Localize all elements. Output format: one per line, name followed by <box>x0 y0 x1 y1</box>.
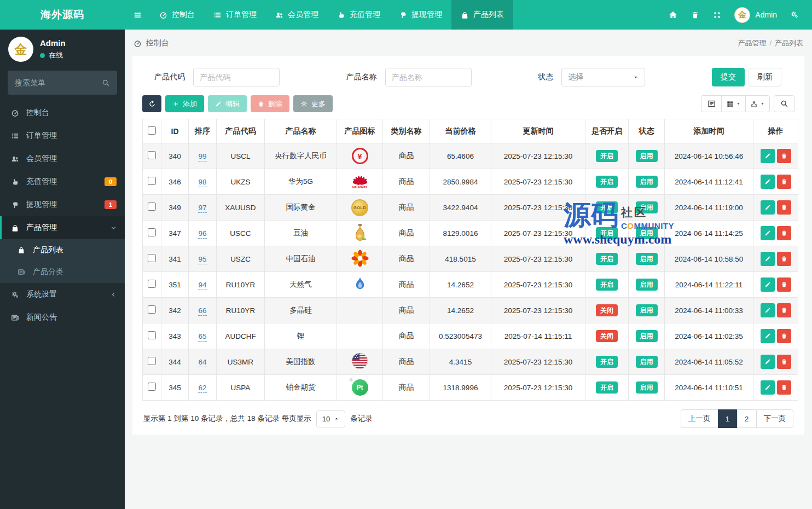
sidebar-item-withdraw[interactable]: 提现管理1 <box>0 193 125 216</box>
row-checkbox[interactable] <box>148 254 156 262</box>
avatar: 金 <box>734 7 750 23</box>
refresh-button[interactable]: 刷新 <box>749 68 781 86</box>
row-delete-button[interactable] <box>777 252 791 266</box>
sidebar-toggle-button[interactable] <box>125 0 150 30</box>
add-button[interactable]: 添加 <box>165 95 204 112</box>
page-size-select[interactable]: 10 <box>316 410 345 427</box>
breadcrumb-parent[interactable]: 产品管理 <box>738 39 766 47</box>
table-search-button[interactable] <box>774 95 794 112</box>
next-page-button[interactable]: 下一页 <box>756 409 794 428</box>
select-all-checkbox[interactable] <box>148 126 156 135</box>
status-select[interactable]: 选择 <box>561 68 645 86</box>
row-delete-button[interactable] <box>777 355 791 369</box>
edit-button[interactable]: 编辑 <box>208 95 247 112</box>
nav-item-orders[interactable]: 订单管理 <box>204 0 266 30</box>
row-delete-button[interactable] <box>777 303 791 317</box>
open-state-badge: 开启 <box>596 150 618 162</box>
row-checkbox[interactable] <box>148 331 156 339</box>
cell-updated: 2025-07-23 12:15:30 <box>491 272 585 298</box>
sidebar-item-product-category[interactable]: 产品分类 <box>0 261 125 283</box>
row-edit-button[interactable] <box>761 226 775 240</box>
row-checkbox[interactable] <box>148 177 156 185</box>
row-checkbox[interactable] <box>148 151 156 159</box>
row-checkbox[interactable] <box>148 305 156 314</box>
export-button[interactable] <box>745 95 770 112</box>
settings-button[interactable] <box>784 0 805 30</box>
sort-editable-link[interactable]: 94 <box>198 281 206 290</box>
row-checkbox[interactable] <box>148 383 156 391</box>
search-icon <box>780 100 788 108</box>
row-edit-button[interactable] <box>761 329 775 343</box>
sort-editable-link[interactable]: 99 <box>198 152 206 161</box>
row-edit-button[interactable] <box>761 252 775 266</box>
nav-item-recharge[interactable]: 充值管理 <box>328 0 390 30</box>
row-edit-button[interactable] <box>761 303 775 317</box>
sort-editable-link[interactable]: 97 <box>198 204 206 213</box>
sidebar-item-news[interactable]: 新闻公告 <box>0 306 125 329</box>
sidebar-user-status: 在线 <box>40 50 66 60</box>
more-button[interactable]: 更多 <box>293 95 333 112</box>
submit-button[interactable]: 提交 <box>712 68 745 86</box>
row-edit-button[interactable] <box>761 175 775 189</box>
row-delete-button[interactable] <box>777 175 791 189</box>
row-edit-button[interactable] <box>761 149 775 163</box>
brand-logo[interactable]: 海外源码 <box>0 0 125 30</box>
sort-editable-link[interactable]: 66 <box>198 306 206 316</box>
table-row: 34195USZC中国石油商品418.50152025-07-23 12:15:… <box>143 246 798 272</box>
columns-button[interactable] <box>721 95 746 112</box>
table-toolbar: 添加 编辑 删除 更多 <box>142 95 794 112</box>
nav-item-members[interactable]: 会员管理 <box>266 0 328 30</box>
sort-editable-link[interactable]: 62 <box>198 384 206 393</box>
sort-editable-link[interactable]: 96 <box>198 229 206 239</box>
row-delete-button[interactable] <box>777 277 791 292</box>
search-icon[interactable] <box>102 79 110 87</box>
sidebar-item-product-list[interactable]: 产品列表 <box>0 239 125 261</box>
bag-icon <box>461 11 469 19</box>
row-checkbox[interactable] <box>148 203 156 211</box>
sidebar-item-orders[interactable]: 订单管理 <box>0 124 125 147</box>
gold-coin-icon: GOLD <box>351 199 368 216</box>
page-button-1[interactable]: 1 <box>718 409 738 428</box>
toggle-detail-view-button[interactable] <box>701 95 722 112</box>
table-header-row: ID排序产品代码产品名称产品图标类别名称当前价格更新时间是否开启状态添加时间操作 <box>143 119 798 143</box>
caret-down-icon <box>736 101 741 106</box>
sort-editable-link[interactable]: 65 <box>198 332 206 342</box>
bag-icon <box>18 246 25 254</box>
home-button[interactable] <box>662 0 684 30</box>
nav-item-dashboard[interactable]: 控制台 <box>150 0 204 30</box>
user-menu[interactable]: 金 Admin <box>728 7 784 23</box>
main-content: 控制台 产品管理/产品列表 产品代码 产品名称 状态 <box>125 30 812 509</box>
fullscreen-button[interactable] <box>706 0 728 30</box>
row-delete-button[interactable] <box>777 226 791 240</box>
row-edit-button[interactable] <box>761 200 775 215</box>
sidebar-item-members[interactable]: 会员管理 <box>0 147 125 170</box>
row-delete-button[interactable] <box>777 149 791 163</box>
sidebar-item-product-manage[interactable]: 产品管理 <box>0 216 125 239</box>
sidebar-search-input[interactable] <box>15 78 102 87</box>
sort-editable-link[interactable]: 98 <box>198 178 206 187</box>
nav-item-product-list[interactable]: 产品列表 <box>451 0 513 30</box>
row-edit-button[interactable] <box>761 277 775 292</box>
row-checkbox[interactable] <box>148 280 156 288</box>
delete-button[interactable]: 删除 <box>251 95 289 112</box>
row-checkbox[interactable] <box>148 228 156 236</box>
product-code-input[interactable] <box>193 68 280 86</box>
search-filter-form: 产品代码 产品名称 状态 选择 提交 刷新 <box>142 63 794 94</box>
refresh-table-button[interactable] <box>142 95 161 112</box>
row-delete-button[interactable] <box>777 329 791 343</box>
sidebar-item-dashboard[interactable]: 控制台 <box>0 101 125 124</box>
product-name-input[interactable] <box>385 68 472 86</box>
clear-cache-button[interactable] <box>684 0 706 30</box>
prev-page-button[interactable]: 上一页 <box>681 409 718 428</box>
row-delete-button[interactable] <box>777 200 791 215</box>
row-delete-button[interactable] <box>777 380 791 395</box>
row-checkbox[interactable] <box>148 357 156 365</box>
nav-item-withdraw[interactable]: 提现管理 <box>390 0 451 30</box>
sidebar-item-system-settings[interactable]: 系统设置 <box>0 283 125 306</box>
row-edit-button[interactable] <box>761 355 775 369</box>
sidebar-item-recharge[interactable]: 充值管理0 <box>0 170 125 193</box>
row-edit-button[interactable] <box>761 380 775 395</box>
sort-editable-link[interactable]: 64 <box>198 358 206 367</box>
page-button-2[interactable]: 2 <box>737 409 757 428</box>
sort-editable-link[interactable]: 95 <box>198 255 206 264</box>
